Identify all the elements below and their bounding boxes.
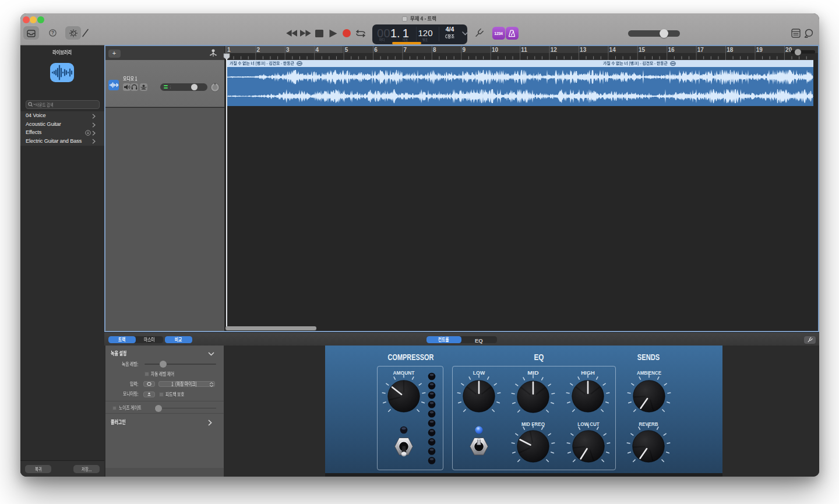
svg-text:COMPRESSOR: COMPRESSOR: [387, 353, 433, 362]
svg-text:EQ: EQ: [534, 353, 544, 362]
svg-text:SENDS: SENDS: [637, 353, 660, 362]
svg-text:?: ?: [51, 30, 54, 36]
